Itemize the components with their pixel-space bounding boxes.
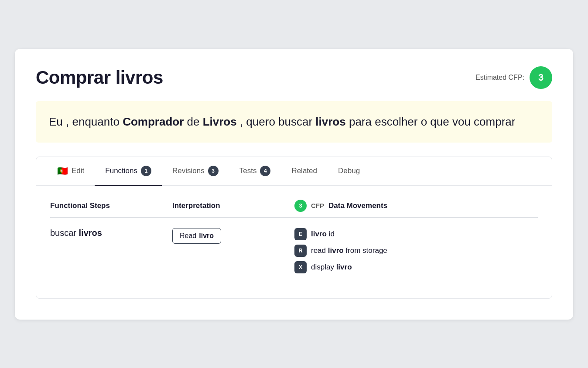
tab-revisions-badge: 3 <box>208 166 219 176</box>
movement-row-e: E livro id <box>294 228 538 240</box>
tab-related[interactable]: Related <box>281 158 328 185</box>
data-movements-cell: E livro id R read livro from storage X d… <box>294 228 538 273</box>
tabs-section: 🇵🇹 Edit Functions 1 Revisions 3 Tests 4 … <box>36 157 552 299</box>
cfp-label: Estimated CFP: <box>475 74 524 82</box>
tab-tests[interactable]: Tests 4 <box>229 157 281 186</box>
cfp-badge-large: 3 <box>530 66 552 89</box>
badge-e: E <box>294 228 307 240</box>
col-header-steps: Functional Steps <box>50 201 172 210</box>
movement-x-text: display livro <box>311 263 352 272</box>
table-area: Functional Steps Interpretation 3 CFP Da… <box>36 186 552 284</box>
tab-revisions-label: Revisions <box>172 167 205 175</box>
movement-row-r: R read livro from storage <box>294 245 538 257</box>
cfp-container: Estimated CFP: 3 <box>475 66 552 89</box>
tab-debug[interactable]: Debug <box>328 158 370 185</box>
tab-functions-badge: 1 <box>141 166 151 176</box>
table-row: buscar livros Read livro E livro id R <box>50 218 538 284</box>
movement-row-x: X display livro <box>294 261 538 273</box>
movement-e-text: livro id <box>311 230 335 239</box>
header: Comprar livros Estimated CFP: 3 <box>36 66 552 89</box>
col-data-movements-label: Data Movements <box>328 201 387 210</box>
tab-revisions[interactable]: Revisions 3 <box>162 157 229 186</box>
story-box: Eu , enquanto Comprador de Livros , quer… <box>36 101 552 143</box>
story-text: Eu , enquanto Comprador de Livros , quer… <box>49 113 539 130</box>
cfp-text: CFP <box>311 202 324 209</box>
col-header-data-movements: 3 CFP Data Movements <box>294 200 538 212</box>
tab-edit[interactable]: 🇵🇹 Edit <box>47 157 95 186</box>
tab-functions-label: Functions <box>105 167 137 175</box>
tab-related-label: Related <box>291 167 317 175</box>
main-card: Comprar livros Estimated CFP: 3 Eu , enq… <box>15 49 573 320</box>
table-header: Functional Steps Interpretation 3 CFP Da… <box>50 200 538 218</box>
tabs-row: 🇵🇹 Edit Functions 1 Revisions 3 Tests 4 … <box>36 157 552 186</box>
badge-r: R <box>294 245 307 257</box>
movement-r-text: read livro from storage <box>311 246 387 255</box>
cfp-small-badge: 3 <box>294 200 307 212</box>
tab-tests-label: Tests <box>239 167 257 175</box>
badge-x: X <box>294 261 307 273</box>
col-header-interpretation: Interpretation <box>172 201 294 210</box>
tab-edit-label: Edit <box>72 167 84 175</box>
page-title: Comprar livros <box>36 67 163 88</box>
functional-step: buscar livros <box>50 228 172 238</box>
flag-icon: 🇵🇹 <box>57 166 68 176</box>
interpretation-cell: Read livro <box>172 228 294 244</box>
interpretation-button[interactable]: Read livro <box>172 228 221 244</box>
tab-debug-label: Debug <box>338 167 360 175</box>
tab-functions[interactable]: Functions 1 <box>95 157 162 186</box>
tab-tests-badge: 4 <box>260 166 270 176</box>
